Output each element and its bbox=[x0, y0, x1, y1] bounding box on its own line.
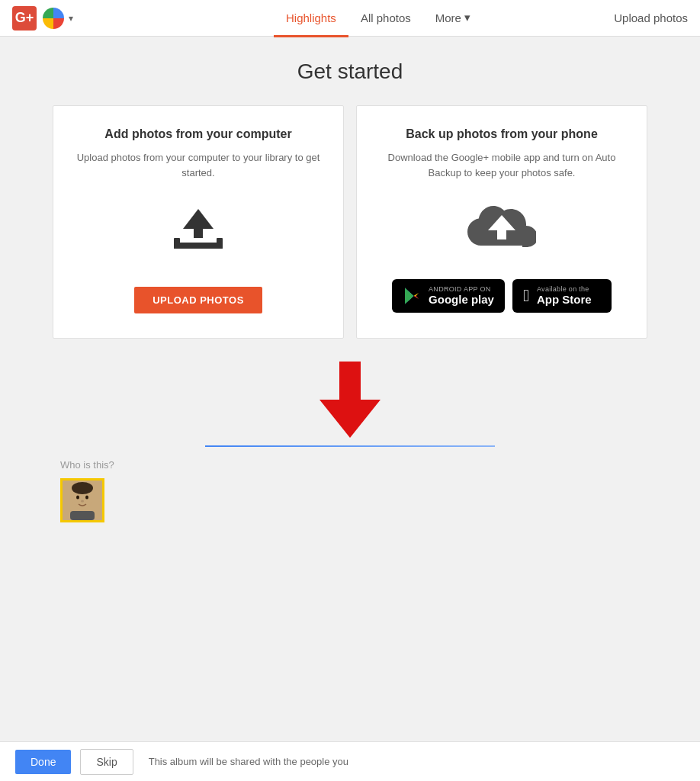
face-avatar-icon bbox=[63, 480, 102, 520]
who-label: Who is this? bbox=[60, 459, 647, 471]
more-chevron-icon: ▾ bbox=[464, 11, 470, 24]
who-section: Who is this? bbox=[53, 459, 647, 522]
bottom-info-text: This album will be shared with the peopl… bbox=[149, 756, 348, 767]
upload-photos-button[interactable]: UPLOAD PHOTOS bbox=[134, 287, 262, 313]
app-store-sub: Available on the bbox=[537, 285, 592, 293]
photos-icon[interactable] bbox=[43, 8, 64, 29]
svg-marker-4 bbox=[183, 209, 214, 229]
page-title: Get started bbox=[15, 59, 685, 84]
card-phone-title: Back up photos from your phone bbox=[406, 127, 598, 141]
upload-photos-nav-button[interactable]: Upload photos bbox=[614, 11, 688, 24]
card-computer: Add photos from your computer Upload pho… bbox=[53, 105, 344, 339]
upload-icon-wrap bbox=[168, 201, 229, 265]
google-play-texts: ANDROID APP ON Google play bbox=[429, 285, 494, 307]
svg-point-14 bbox=[91, 494, 95, 500]
svg-point-17 bbox=[81, 500, 84, 503]
google-play-sub: ANDROID APP ON bbox=[429, 285, 494, 293]
svg-rect-0 bbox=[174, 243, 223, 249]
done-button[interactable]: Done bbox=[15, 750, 71, 774]
app-store-button[interactable]:  Available on the App Store bbox=[512, 279, 612, 313]
card-computer-desc: Upload photos from your computer to your… bbox=[72, 150, 325, 180]
card-phone: Back up photos from your phone Download … bbox=[356, 105, 647, 339]
nav-tabs: Highlights All photos More ▾ bbox=[274, 0, 483, 37]
card-computer-title: Add photos from your computer bbox=[104, 127, 291, 141]
cloud-upload-icon bbox=[467, 201, 536, 255]
tab-more[interactable]: More ▾ bbox=[423, 1, 483, 37]
google-play-button[interactable]: ANDROID APP ON Google play bbox=[392, 279, 505, 313]
app-store-texts: Available on the App Store bbox=[537, 285, 592, 307]
svg-point-15 bbox=[76, 496, 79, 500]
google-play-name: Google play bbox=[429, 293, 494, 307]
divider-line bbox=[205, 445, 495, 447]
svg-point-16 bbox=[85, 496, 88, 500]
upload-from-computer-icon bbox=[168, 201, 229, 262]
top-nav: G+ ▾ Highlights All photos More ▾ Upload… bbox=[0, 0, 700, 37]
face-thumbnail[interactable] bbox=[60, 478, 104, 522]
cards-row: Add photos from your computer Upload pho… bbox=[53, 105, 647, 339]
skip-button[interactable]: Skip bbox=[80, 749, 133, 775]
bottom-bar: Done Skip This album will be shared with… bbox=[0, 741, 700, 781]
main-content: Get started Add photos from your compute… bbox=[0, 37, 700, 781]
card-phone-desc: Download the Google+ mobile app and turn… bbox=[375, 150, 628, 180]
svg-rect-8 bbox=[339, 362, 361, 403]
svg-marker-9 bbox=[319, 400, 381, 438]
svg-rect-2 bbox=[217, 238, 223, 249]
tab-all-photos[interactable]: All photos bbox=[348, 1, 423, 37]
svg-rect-1 bbox=[174, 238, 180, 249]
svg-point-12 bbox=[72, 482, 93, 494]
google-play-icon bbox=[403, 287, 421, 305]
logo-area: G+ ▾ bbox=[12, 6, 73, 31]
store-buttons: ANDROID APP ON Google play  Available o… bbox=[392, 279, 612, 313]
gplus-icon[interactable]: G+ bbox=[12, 6, 37, 31]
red-arrow-section bbox=[15, 362, 685, 438]
apple-icon:  bbox=[523, 288, 529, 304]
account-dropdown-arrow[interactable]: ▾ bbox=[69, 13, 73, 24]
red-down-arrow bbox=[319, 362, 381, 438]
tab-highlights[interactable]: Highlights bbox=[274, 1, 348, 37]
cloud-icon-wrap bbox=[467, 201, 536, 258]
svg-point-13 bbox=[69, 494, 74, 500]
app-store-name: App Store bbox=[537, 293, 592, 307]
svg-rect-18 bbox=[70, 511, 95, 520]
